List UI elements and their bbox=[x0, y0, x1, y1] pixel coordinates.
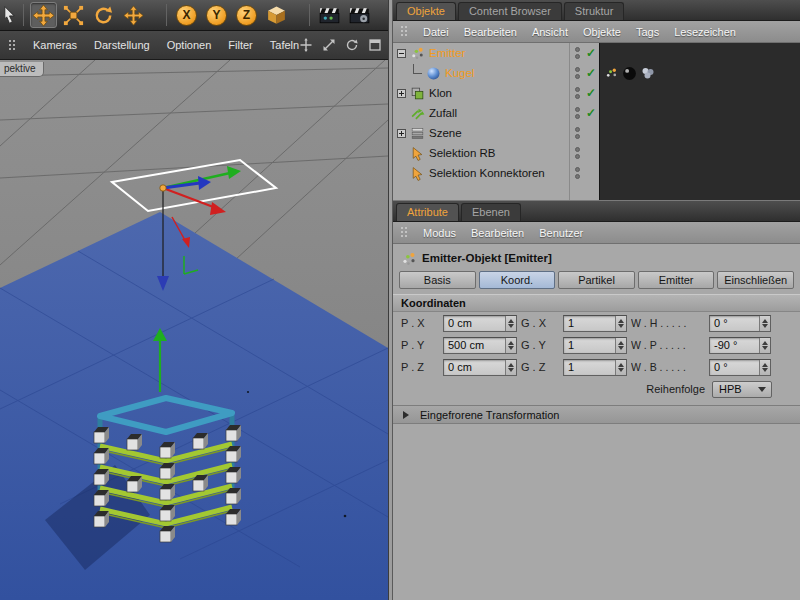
render-view-button[interactable] bbox=[316, 2, 343, 28]
menu-bearbeiten-attr[interactable]: Bearbeiten bbox=[471, 227, 524, 239]
enable-check-icon[interactable] bbox=[584, 103, 598, 123]
menu-datei[interactable]: Datei bbox=[423, 26, 449, 38]
grid-dot bbox=[344, 515, 347, 518]
pan-view-icon[interactable] bbox=[299, 38, 313, 52]
gy-field[interactable]: 1 bbox=[563, 337, 627, 354]
wb-spinner[interactable] bbox=[759, 360, 770, 375]
enable-check-icon[interactable] bbox=[584, 63, 598, 83]
object-label: Klon bbox=[429, 87, 452, 99]
tab-ebenen[interactable]: Ebenen bbox=[461, 203, 521, 221]
maximize-view-icon[interactable] bbox=[368, 38, 382, 52]
visibility-toggles[interactable] bbox=[572, 43, 582, 63]
object-tags[interactable] bbox=[605, 63, 800, 83]
section-tab-einschliessen[interactable]: Einschließen bbox=[717, 271, 794, 289]
menu-lesezeichen[interactable]: Lesezeichen bbox=[674, 26, 736, 38]
menu-objekte[interactable]: Objekte bbox=[583, 26, 621, 38]
tab-content-browser[interactable]: Content Browser bbox=[458, 2, 562, 20]
menu-grip-icon[interactable] bbox=[400, 25, 408, 38]
coordinate-system-button[interactable] bbox=[263, 2, 290, 28]
object-row-emitter[interactable]: Emitter bbox=[393, 43, 800, 63]
visibility-toggles[interactable] bbox=[572, 83, 582, 103]
expander-icon[interactable] bbox=[397, 129, 406, 138]
menu-tags[interactable]: Tags bbox=[636, 26, 659, 38]
gx-field[interactable]: 1 bbox=[563, 315, 627, 332]
rotation-order-dropdown[interactable]: HPB bbox=[712, 381, 772, 398]
menu-benutzer[interactable]: Benutzer bbox=[539, 227, 583, 239]
rotate-view-icon[interactable] bbox=[345, 38, 359, 52]
gy-spinner[interactable] bbox=[615, 338, 626, 353]
menu-grip-icon[interactable] bbox=[400, 226, 408, 239]
wp-field[interactable]: -90 ° bbox=[709, 337, 771, 354]
enable-check-icon[interactable] bbox=[584, 163, 598, 183]
enable-check-icon[interactable] bbox=[584, 123, 598, 143]
visibility-toggles[interactable] bbox=[572, 143, 582, 163]
live-selection-cursor-icon[interactable] bbox=[2, 2, 17, 28]
toolbar-separator bbox=[23, 4, 24, 26]
x-axis-letter: X bbox=[176, 5, 197, 26]
tab-struktur[interactable]: Struktur bbox=[564, 2, 625, 20]
wh-spinner[interactable] bbox=[759, 316, 770, 331]
koordinaten-header: Koordinaten bbox=[393, 294, 800, 312]
render-settings-button[interactable] bbox=[346, 2, 373, 28]
x-axis-lock-button[interactable]: X bbox=[173, 2, 200, 28]
object-row-zufall[interactable]: Zufall bbox=[393, 103, 800, 123]
viewport-3d[interactable]: pektive bbox=[0, 60, 388, 600]
px-field[interactable]: 0 cm bbox=[443, 315, 517, 332]
coordinate-row-z: P . Z 0 cm G . Z 1 W . B . . . . . 0 ° bbox=[393, 356, 800, 378]
wh-field[interactable]: 0 ° bbox=[709, 315, 771, 332]
menu-optionen[interactable]: Optionen bbox=[167, 39, 212, 51]
py-field[interactable]: 500 cm bbox=[443, 337, 517, 354]
tab-objekte[interactable]: Objekte bbox=[396, 2, 456, 20]
frozen-transformation-header[interactable]: Eingefrorene Transformation bbox=[393, 405, 800, 424]
zoom-view-icon[interactable] bbox=[322, 38, 336, 52]
viewport-label[interactable]: pektive bbox=[0, 62, 44, 77]
section-tab-emitter[interactable]: Emitter bbox=[638, 271, 715, 289]
gz-field[interactable]: 1 bbox=[563, 359, 627, 376]
wp-spinner[interactable] bbox=[759, 338, 770, 353]
object-row-szene[interactable]: Szene bbox=[393, 123, 800, 143]
expander-icon[interactable] bbox=[397, 89, 406, 98]
menu-modus[interactable]: Modus bbox=[423, 227, 456, 239]
px-spinner[interactable] bbox=[505, 316, 516, 331]
pz-field[interactable]: 0 cm bbox=[443, 359, 517, 376]
expander-icon[interactable] bbox=[397, 49, 406, 58]
viewport-nav-controls bbox=[299, 31, 382, 59]
menu-filter[interactable]: Filter bbox=[228, 39, 252, 51]
z-axis-lock-button[interactable]: Z bbox=[233, 2, 260, 28]
object-row-klon[interactable]: Klon bbox=[393, 83, 800, 103]
enable-check-icon[interactable] bbox=[584, 83, 598, 103]
last-used-tool-button[interactable] bbox=[120, 2, 147, 28]
move-tool-button[interactable] bbox=[30, 2, 57, 28]
visibility-toggles[interactable] bbox=[572, 63, 582, 83]
visibility-toggles[interactable] bbox=[572, 123, 582, 143]
section-tab-basis[interactable]: Basis bbox=[399, 271, 476, 289]
object-row-selektion-konnektoren[interactable]: Selektion Konnektoren bbox=[393, 163, 800, 183]
visibility-toggles[interactable] bbox=[572, 103, 582, 123]
object-row-selektion-rb[interactable]: Selektion RB bbox=[393, 143, 800, 163]
section-tab-koord[interactable]: Koord. bbox=[479, 271, 556, 289]
attribute-panel: Emitter-Objekt [Emitter] Basis Koord. Pa… bbox=[393, 244, 800, 600]
enable-check-icon[interactable] bbox=[584, 43, 598, 63]
menu-darstellung[interactable]: Darstellung bbox=[94, 39, 150, 51]
tab-attribute[interactable]: Attribute bbox=[396, 203, 459, 221]
object-row-kugel[interactable]: Kugel bbox=[393, 63, 800, 83]
scale-tool-button[interactable] bbox=[60, 2, 87, 28]
pz-spinner[interactable] bbox=[505, 360, 516, 375]
rotation-order-row: Reihenfolge HPB bbox=[393, 378, 800, 400]
menu-ansicht[interactable]: Ansicht bbox=[532, 26, 568, 38]
menu-bearbeiten[interactable]: Bearbeiten bbox=[464, 26, 517, 38]
py-spinner[interactable] bbox=[505, 338, 516, 353]
menu-tafeln[interactable]: Tafeln bbox=[270, 39, 299, 51]
gx-spinner[interactable] bbox=[615, 316, 626, 331]
menu-grip-icon[interactable] bbox=[8, 39, 16, 52]
wb-field[interactable]: 0 ° bbox=[709, 359, 771, 376]
gz-spinner[interactable] bbox=[615, 360, 626, 375]
menu-kameras[interactable]: Kameras bbox=[33, 39, 77, 51]
visibility-toggles[interactable] bbox=[572, 163, 582, 183]
scene-icon bbox=[410, 126, 425, 141]
rotate-tool-button[interactable] bbox=[90, 2, 117, 28]
section-tab-partikel[interactable]: Partikel bbox=[558, 271, 635, 289]
enable-check-icon[interactable] bbox=[584, 143, 598, 163]
px-label: P . X bbox=[401, 317, 439, 329]
y-axis-lock-button[interactable]: Y bbox=[203, 2, 230, 28]
